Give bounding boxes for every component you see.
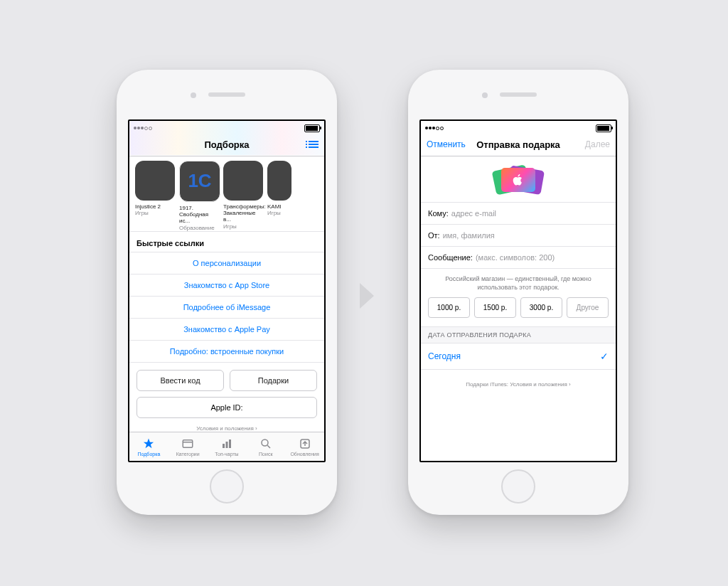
app-tile[interactable]: Трансформеры: Закаленные в... Игры — [223, 161, 263, 231]
search-icon — [259, 437, 272, 450]
quick-links-header: Быстрые ссылки — [129, 232, 324, 252]
checkmark-icon: ✓ — [600, 351, 609, 362]
amount-option[interactable]: 3000 р. — [520, 297, 562, 318]
bars-icon — [220, 437, 233, 450]
arrow-icon — [355, 280, 378, 314]
nav-title: Подборка — [204, 139, 249, 150]
quick-links-list: О персонализации Знакомство с App Store … — [129, 252, 324, 363]
svg-point-4 — [262, 440, 268, 446]
app-name: Трансформеры: Закаленные в... — [223, 203, 263, 223]
app-tile[interactable]: 1С 1917. Свободная ис... Образование — [179, 161, 219, 231]
signal-icon — [134, 127, 152, 130]
stage: Подборка Injustice 2 Игры 1С 1917. Свобо… — [0, 0, 728, 586]
tab-label: Обновления — [290, 452, 318, 457]
from-field[interactable]: От: имя, фамилия — [421, 225, 616, 247]
screen-left: Подборка Injustice 2 Игры 1С 1917. Свобо… — [128, 119, 326, 462]
apple-logo-icon — [513, 174, 524, 186]
button-row: Ввести код Подарки — [129, 363, 324, 391]
app-tile[interactable]: Injustice 2 Игры — [135, 161, 175, 231]
phone-camera — [482, 92, 488, 98]
tab-label: Топ-чарты — [215, 452, 238, 457]
cancel-button[interactable]: Отменить — [427, 139, 466, 149]
amount-other[interactable]: Другое — [567, 297, 609, 318]
next-button: Далее — [585, 139, 610, 149]
tab-label: Категории — [176, 452, 200, 457]
list-view-icon[interactable] — [309, 141, 318, 148]
home-button[interactable] — [210, 469, 244, 504]
apple-id-button[interactable]: Apple ID: — [136, 397, 317, 418]
app-name: KAMI — [267, 203, 291, 210]
store-note: Российский магазин — единственный, где м… — [421, 269, 616, 297]
tab-updates[interactable]: Обновления — [285, 432, 324, 461]
navbar: Отменить Отправка подарка Далее — [421, 133, 616, 156]
phone-speaker — [208, 92, 245, 97]
status-bar — [129, 121, 324, 133]
app-thumb — [135, 161, 175, 201]
phone-right: Отменить Отправка подарка Далее Кому: ад… — [408, 70, 628, 515]
amount-row: 1000 р. 1500 р. 3000 р. Другое — [421, 297, 616, 326]
quick-link[interactable]: Знакомство с Apple Pay — [129, 318, 324, 340]
tab-charts[interactable]: Топ-чарты — [208, 432, 247, 461]
field-placeholder: адрес e-mail — [451, 209, 496, 218]
field-label: Сообщение: — [428, 253, 473, 262]
quick-link[interactable]: Подробно: встроенные покупки — [129, 340, 324, 363]
app-category: Игры — [223, 223, 263, 230]
tab-search[interactable]: Поиск — [246, 432, 285, 461]
gift-form: Кому: адрес e-mail От: имя, фамилия Сооб… — [421, 202, 616, 269]
enter-code-button[interactable]: Ввести код — [136, 370, 224, 391]
amount-option[interactable]: 1500 р. — [474, 297, 516, 318]
gift-terms-link[interactable]: Подарки iTunes: Условия и положения › — [421, 370, 616, 399]
amount-option[interactable]: 1000 р. — [428, 297, 470, 318]
app-tile[interactable]: KAMI Игры — [267, 161, 291, 231]
quick-link[interactable]: Знакомство с App Store — [129, 274, 324, 296]
app-name: 1917. Свободная ис... — [179, 205, 219, 225]
star-icon — [142, 437, 155, 450]
field-placeholder: (макс. символов: 200) — [476, 253, 555, 262]
field-placeholder: имя, фамилия — [443, 231, 495, 240]
svg-rect-1 — [223, 444, 225, 448]
grid-icon — [181, 437, 194, 450]
tab-label: Поиск — [259, 452, 272, 457]
quick-link[interactable]: Подробнее об iMessage — [129, 296, 324, 318]
gifts-button[interactable]: Подарки — [230, 370, 317, 391]
svg-rect-3 — [229, 440, 231, 448]
tab-categories[interactable]: Категории — [168, 432, 208, 461]
app-category: Игры — [267, 210, 291, 216]
message-field[interactable]: Сообщение: (макс. символов: 200) — [421, 247, 616, 269]
home-button[interactable] — [501, 469, 535, 504]
app-category: Игры — [135, 210, 175, 216]
battery-icon — [596, 124, 611, 132]
tab-featured[interactable]: Подборка — [129, 432, 168, 461]
gift-card-art — [421, 156, 616, 202]
app-category: Образование — [179, 225, 219, 231]
battery-icon — [304, 124, 320, 132]
send-date-row[interactable]: Сегодня ✓ — [421, 343, 616, 370]
nav-title: Отправка подарка — [476, 139, 560, 150]
status-bar — [421, 121, 616, 133]
app-thumb — [223, 161, 263, 201]
app-thumb: 1С — [179, 161, 220, 202]
field-label: Кому: — [428, 209, 449, 218]
app-name: Injustice 2 — [135, 203, 175, 210]
tab-bar: Подборка Категории Топ-чарты Поиск Обнов… — [129, 432, 324, 461]
quick-link[interactable]: О персонализации — [129, 252, 324, 274]
phone-left: Подборка Injustice 2 Игры 1С 1917. Свобо… — [117, 70, 337, 515]
phone-camera — [191, 92, 196, 98]
send-date-header: ДАТА ОТПРАВЛЕНИЯ ПОДАРКА — [421, 326, 616, 343]
send-date-value: Сегодня — [428, 351, 461, 361]
field-label: От: — [428, 231, 440, 240]
navbar: Подборка — [129, 133, 324, 156]
phone-speaker — [500, 92, 537, 97]
tab-label: Подборка — [138, 452, 161, 457]
svg-rect-0 — [183, 440, 193, 447]
featured-apps-row[interactable]: Injustice 2 Игры 1С 1917. Свободная ис..… — [129, 156, 324, 232]
screen-right: Отменить Отправка подарка Далее Кому: ад… — [419, 119, 617, 462]
signal-icon — [425, 127, 444, 130]
svg-rect-2 — [225, 442, 228, 448]
to-field[interactable]: Кому: адрес e-mail — [421, 203, 616, 225]
app-thumb — [267, 161, 291, 201]
updates-icon — [299, 437, 311, 450]
